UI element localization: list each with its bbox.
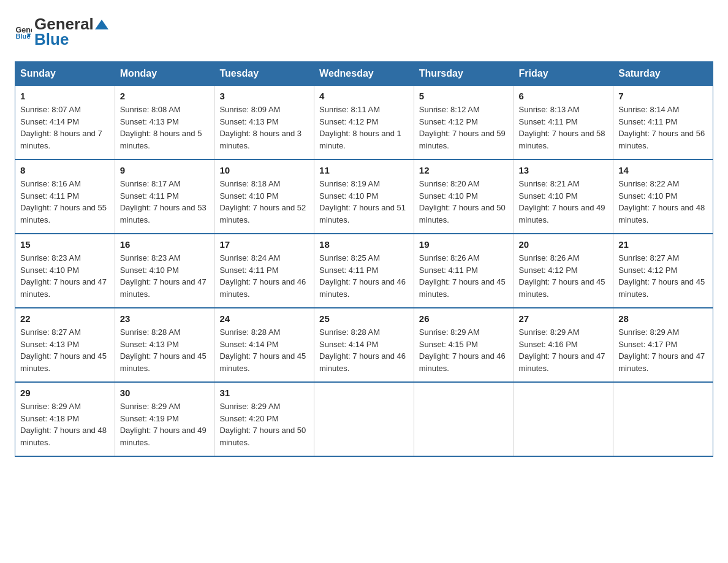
calendar-cell: 5 Sunrise: 8:12 AM Sunset: 4:12 PM Dayli… [414, 86, 514, 160]
day-info: Sunrise: 8:25 AM Sunset: 4:11 PM Dayligh… [319, 252, 409, 300]
calendar-cell: 28 Sunrise: 8:29 AM Sunset: 4:17 PM Dayl… [613, 308, 713, 382]
calendar-week-row: 1 Sunrise: 8:07 AM Sunset: 4:14 PM Dayli… [15, 86, 713, 160]
calendar-cell: 13 Sunrise: 8:21 AM Sunset: 4:10 PM Dayl… [514, 159, 613, 234]
calendar-cell: 26 Sunrise: 8:29 AM Sunset: 4:15 PM Dayl… [414, 308, 514, 382]
logo-triangle-icon [95, 16, 108, 29]
calendar-cell [314, 382, 414, 456]
day-number: 1 [20, 91, 110, 101]
calendar-cell [613, 382, 713, 456]
day-number: 8 [20, 165, 110, 175]
calendar-week-row: 15 Sunrise: 8:23 AM Sunset: 4:10 PM Dayl… [15, 234, 713, 308]
calendar-cell: 23 Sunrise: 8:28 AM Sunset: 4:13 PM Dayl… [115, 308, 214, 382]
day-info: Sunrise: 8:21 AM Sunset: 4:10 PM Dayligh… [519, 178, 609, 226]
day-number: 4 [319, 91, 409, 101]
header-wednesday: Wednesday [314, 62, 414, 86]
day-number: 17 [219, 239, 309, 250]
day-info: Sunrise: 8:26 AM Sunset: 4:12 PM Dayligh… [519, 252, 609, 300]
calendar-cell: 11 Sunrise: 8:19 AM Sunset: 4:10 PM Dayl… [314, 159, 414, 234]
day-info: Sunrise: 8:29 AM Sunset: 4:17 PM Dayligh… [618, 326, 708, 374]
calendar-cell: 19 Sunrise: 8:26 AM Sunset: 4:11 PM Dayl… [414, 234, 514, 308]
day-info: Sunrise: 8:29 AM Sunset: 4:16 PM Dayligh… [519, 326, 609, 374]
day-number: 11 [319, 165, 409, 175]
day-info: Sunrise: 8:28 AM Sunset: 4:14 PM Dayligh… [219, 326, 309, 374]
day-number: 26 [419, 313, 509, 324]
day-info: Sunrise: 8:27 AM Sunset: 4:13 PM Dayligh… [20, 326, 110, 374]
header-sunday: Sunday [15, 62, 115, 86]
day-number: 30 [120, 388, 210, 398]
day-info: Sunrise: 8:14 AM Sunset: 4:11 PM Dayligh… [618, 104, 708, 151]
calendar-cell: 12 Sunrise: 8:20 AM Sunset: 4:10 PM Dayl… [414, 159, 514, 234]
day-number: 25 [319, 313, 409, 324]
day-info: Sunrise: 8:24 AM Sunset: 4:11 PM Dayligh… [219, 252, 309, 300]
calendar-cell: 17 Sunrise: 8:24 AM Sunset: 4:11 PM Dayl… [214, 234, 314, 308]
day-info: Sunrise: 8:11 AM Sunset: 4:12 PM Dayligh… [319, 104, 409, 151]
day-info: Sunrise: 8:26 AM Sunset: 4:11 PM Dayligh… [419, 252, 509, 300]
day-info: Sunrise: 8:16 AM Sunset: 4:11 PM Dayligh… [20, 178, 110, 226]
calendar-cell: 25 Sunrise: 8:28 AM Sunset: 4:14 PM Dayl… [314, 308, 414, 382]
calendar-cell: 29 Sunrise: 8:29 AM Sunset: 4:18 PM Dayl… [15, 382, 115, 456]
calendar-cell: 4 Sunrise: 8:11 AM Sunset: 4:12 PM Dayli… [314, 86, 414, 160]
day-info: Sunrise: 8:23 AM Sunset: 4:10 PM Dayligh… [20, 252, 110, 300]
day-number: 21 [618, 239, 708, 250]
header-tuesday: Tuesday [214, 62, 314, 86]
day-number: 2 [120, 91, 210, 101]
calendar-week-row: 29 Sunrise: 8:29 AM Sunset: 4:18 PM Dayl… [15, 382, 713, 456]
day-info: Sunrise: 8:08 AM Sunset: 4:13 PM Dayligh… [120, 104, 210, 151]
calendar-cell [514, 382, 613, 456]
header-saturday: Saturday [613, 62, 713, 86]
svg-text:Blue: Blue [15, 33, 30, 40]
day-number: 13 [519, 165, 609, 175]
header-friday: Friday [514, 62, 613, 86]
day-info: Sunrise: 8:28 AM Sunset: 4:13 PM Dayligh… [120, 326, 210, 374]
day-number: 19 [419, 239, 509, 250]
day-number: 18 [319, 239, 409, 250]
calendar-cell: 22 Sunrise: 8:27 AM Sunset: 4:13 PM Dayl… [15, 308, 115, 382]
day-number: 31 [219, 388, 309, 398]
calendar-cell: 20 Sunrise: 8:26 AM Sunset: 4:12 PM Dayl… [514, 234, 613, 308]
day-number: 15 [20, 239, 110, 250]
day-number: 6 [519, 91, 609, 101]
day-info: Sunrise: 8:18 AM Sunset: 4:10 PM Dayligh… [219, 178, 309, 226]
day-info: Sunrise: 8:28 AM Sunset: 4:14 PM Dayligh… [319, 326, 409, 374]
calendar-header-row: SundayMondayTuesdayWednesdayThursdayFrid… [15, 62, 713, 86]
header-thursday: Thursday [414, 62, 514, 86]
day-info: Sunrise: 8:12 AM Sunset: 4:12 PM Dayligh… [419, 104, 509, 151]
calendar-cell: 1 Sunrise: 8:07 AM Sunset: 4:14 PM Dayli… [15, 86, 115, 160]
day-number: 27 [519, 313, 609, 324]
day-info: Sunrise: 8:19 AM Sunset: 4:10 PM Dayligh… [319, 178, 409, 226]
calendar-cell: 15 Sunrise: 8:23 AM Sunset: 4:10 PM Dayl… [15, 234, 115, 308]
day-info: Sunrise: 8:23 AM Sunset: 4:10 PM Dayligh… [120, 252, 210, 300]
day-number: 3 [219, 91, 309, 101]
day-number: 12 [419, 165, 509, 175]
calendar-table: SundayMondayTuesdayWednesdayThursdayFrid… [15, 61, 713, 457]
day-number: 24 [219, 313, 309, 324]
calendar-cell: 27 Sunrise: 8:29 AM Sunset: 4:16 PM Dayl… [514, 308, 613, 382]
logo: General Blue General Blue [15, 15, 108, 49]
header-monday: Monday [115, 62, 214, 86]
calendar-cell: 30 Sunrise: 8:29 AM Sunset: 4:19 PM Dayl… [115, 382, 214, 456]
day-info: Sunrise: 8:17 AM Sunset: 4:11 PM Dayligh… [120, 178, 210, 226]
page-header: General Blue General Blue [15, 15, 713, 49]
svg-marker-3 [95, 20, 108, 29]
day-info: Sunrise: 8:27 AM Sunset: 4:12 PM Dayligh… [618, 252, 708, 300]
day-info: Sunrise: 8:07 AM Sunset: 4:14 PM Dayligh… [20, 104, 110, 151]
calendar-week-row: 22 Sunrise: 8:27 AM Sunset: 4:13 PM Dayl… [15, 308, 713, 382]
day-info: Sunrise: 8:13 AM Sunset: 4:11 PM Dayligh… [519, 104, 609, 151]
calendar-cell: 6 Sunrise: 8:13 AM Sunset: 4:11 PM Dayli… [514, 86, 613, 160]
day-number: 14 [618, 165, 708, 175]
calendar-cell: 14 Sunrise: 8:22 AM Sunset: 4:10 PM Dayl… [613, 159, 713, 234]
day-info: Sunrise: 8:29 AM Sunset: 4:18 PM Dayligh… [20, 400, 110, 448]
day-info: Sunrise: 8:20 AM Sunset: 4:10 PM Dayligh… [419, 178, 509, 226]
calendar-cell: 3 Sunrise: 8:09 AM Sunset: 4:13 PM Dayli… [214, 86, 314, 160]
day-number: 23 [120, 313, 210, 324]
calendar-week-row: 8 Sunrise: 8:16 AM Sunset: 4:11 PM Dayli… [15, 159, 713, 234]
logo-icon: General Blue [15, 23, 32, 40]
calendar-cell: 18 Sunrise: 8:25 AM Sunset: 4:11 PM Dayl… [314, 234, 414, 308]
day-number: 9 [120, 165, 210, 175]
calendar-cell: 2 Sunrise: 8:08 AM Sunset: 4:13 PM Dayli… [115, 86, 214, 160]
day-info: Sunrise: 8:09 AM Sunset: 4:13 PM Dayligh… [219, 104, 309, 151]
day-number: 29 [20, 388, 110, 398]
calendar-cell: 16 Sunrise: 8:23 AM Sunset: 4:10 PM Dayl… [115, 234, 214, 308]
day-info: Sunrise: 8:29 AM Sunset: 4:15 PM Dayligh… [419, 326, 509, 374]
day-info: Sunrise: 8:29 AM Sunset: 4:19 PM Dayligh… [120, 400, 210, 448]
